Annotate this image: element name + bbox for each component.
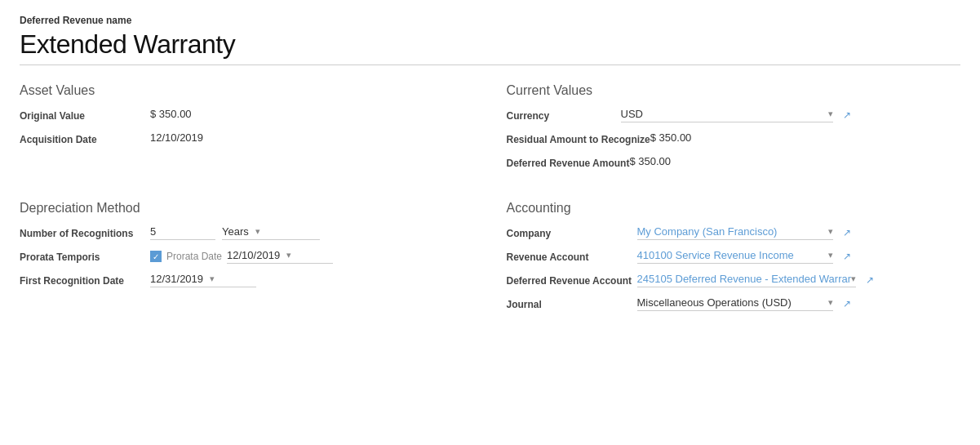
residual-value: $ 350.00 [650, 131, 692, 144]
company-dropdown-arrow: ▾ [828, 226, 833, 237]
deferred-account-row: Deferred Revenue Account 245105 Deferred… [507, 273, 961, 288]
asset-values-section: Asset Values Original Value $ 350.00 Acq… [20, 83, 490, 178]
acquisition-date-label: Acquisition Date [20, 131, 150, 147]
deferred-account-dropdown[interactable]: 245105 Deferred Revenue - Extended Warra… [637, 273, 857, 287]
company-value: My Company (San Francisco) [637, 225, 778, 238]
recognitions-label: Number of Recognitions [20, 225, 150, 241]
revenue-account-dropdown[interactable]: 410100 Service Revenue Income ▾ [637, 249, 833, 264]
acquisition-date-value: 12/10/2019 [150, 131, 203, 144]
accounting-title: Accounting [507, 201, 961, 216]
journal-dropdown-arrow: ▾ [828, 297, 833, 308]
acquisition-date-row: Acquisition Date 12/10/2019 [20, 131, 458, 147]
prorata-date-dropdown-arrow: ▾ [286, 250, 291, 260]
revenue-account-dropdown-arrow: ▾ [828, 250, 833, 260]
revenue-account-row: Revenue Account 410100 Service Revenue I… [507, 249, 961, 265]
first-recognition-input[interactable]: 12/31/2019 ▾ [150, 273, 256, 287]
original-value: $ 350.00 [150, 108, 192, 120]
prorata-date-value: 12/10/2019 [227, 249, 280, 261]
revenue-account-value: 410100 Service Revenue Income [637, 249, 794, 261]
recognitions-row: Number of Recognitions 5 Years ▾ [20, 225, 458, 241]
deferred-account-external-link[interactable]: ↗ [866, 274, 874, 286]
original-value-row: Original Value $ 350.00 [20, 108, 458, 123]
journal-label: Journal [507, 296, 637, 312]
page-title: Extended Warranty [20, 29, 960, 60]
prorata-date-label: Prorata Date [166, 251, 222, 262]
company-dropdown[interactable]: My Company (San Francisco) ▾ [637, 225, 833, 240]
deferred-amount-row: Deferred Revenue Amount $ 350.00 [507, 155, 961, 171]
journal-value: Miscellaneous Operations (USD) [637, 296, 792, 309]
first-recognition-date-value: 12/31/2019 [150, 273, 203, 285]
recognitions-input[interactable]: 5 [150, 225, 215, 240]
currency-value: USD [621, 108, 643, 120]
prorata-date-input[interactable]: 12/10/2019 ▾ [227, 249, 333, 264]
currency-dropdown[interactable]: USD ▾ [621, 108, 833, 122]
depreciation-method-title: Depreciation Method [20, 201, 458, 216]
revenue-account-label: Revenue Account [507, 249, 637, 265]
journal-row: Journal Miscellaneous Operations (USD) ▾… [507, 296, 961, 312]
currency-row: Currency USD ▾ ↗ [507, 108, 961, 123]
current-values-title: Current Values [507, 83, 961, 98]
original-value-label: Original Value [20, 108, 150, 123]
years-dropdown-arrow: ▾ [255, 226, 260, 237]
asset-values-title: Asset Values [20, 83, 458, 98]
depreciation-method-section: Depreciation Method Number of Recognitio… [20, 201, 490, 319]
currency-label: Currency [507, 108, 621, 123]
deferred-account-value: 245105 Deferred Revenue - Extended Warra… [637, 273, 852, 285]
company-row: Company My Company (San Francisco) ▾ ↗ [507, 225, 961, 241]
title-divider [20, 65, 960, 65]
years-dropdown[interactable]: Years ▾ [222, 225, 320, 240]
currency-dropdown-arrow: ▾ [828, 109, 833, 119]
prorata-checkbox[interactable]: ✓ [150, 251, 162, 262]
record-type-label: Deferred Revenue name [20, 15, 960, 26]
journal-external-link[interactable]: ↗ [843, 298, 851, 309]
prorata-row: Prorata Temporis ✓ Prorata Date 12/10/20… [20, 249, 458, 265]
currency-external-link[interactable]: ↗ [843, 109, 851, 121]
revenue-account-external-link[interactable]: ↗ [843, 251, 851, 262]
first-recognition-label: First Recognition Date [20, 273, 150, 288]
deferred-account-label: Deferred Revenue Account [507, 273, 637, 288]
residual-row: Residual Amount to Recognize $ 350.00 [507, 131, 961, 147]
deferred-amount-label: Deferred Revenue Amount [507, 155, 630, 171]
prorata-label: Prorata Temporis [20, 249, 150, 265]
current-values-section: Current Values Currency USD ▾ ↗ Residual… [490, 83, 961, 178]
residual-label: Residual Amount to Recognize [507, 131, 650, 147]
years-label: Years [222, 225, 249, 238]
recognitions-value: 5 [150, 225, 156, 238]
company-external-link[interactable]: ↗ [843, 227, 851, 238]
company-label: Company [507, 225, 637, 241]
accounting-section: Accounting Company My Company (San Franc… [490, 201, 961, 319]
first-recognition-row: First Recognition Date 12/31/2019 ▾ [20, 273, 458, 288]
deferred-account-dropdown-arrow: ▾ [851, 274, 856, 284]
deferred-amount-value: $ 350.00 [629, 155, 671, 167]
first-recognition-dropdown-arrow: ▾ [210, 274, 215, 284]
journal-dropdown[interactable]: Miscellaneous Operations (USD) ▾ [637, 296, 833, 311]
checkmark-icon: ✓ [153, 252, 159, 261]
